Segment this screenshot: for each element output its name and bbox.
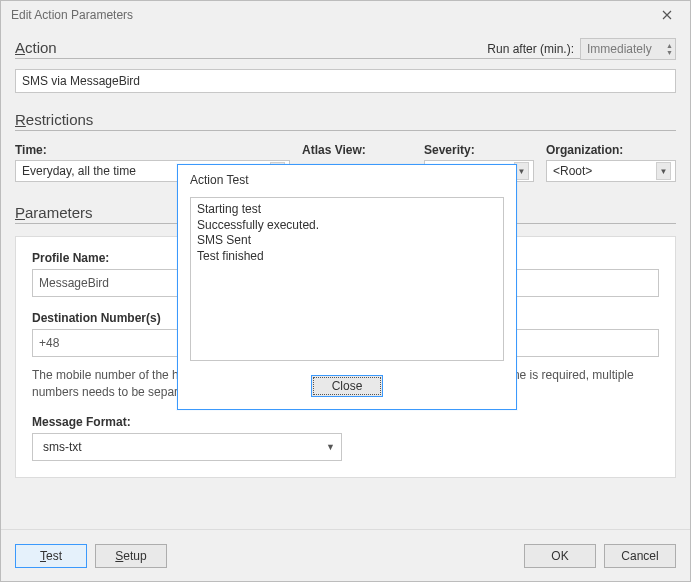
action-test-title: Action Test bbox=[178, 165, 516, 189]
close-icon bbox=[662, 10, 672, 20]
dialog-footer: Test Setup OK Cancel bbox=[1, 529, 690, 581]
message-format-label: Message Format: bbox=[32, 415, 659, 429]
chevron-down-icon: ▼ bbox=[656, 162, 671, 180]
action-test-footer: Close bbox=[178, 369, 516, 409]
run-after-row: Run after (min.): Immediately ▲ ▼ bbox=[15, 37, 676, 61]
message-format-block: Message Format: sms-txt ▼ bbox=[32, 415, 659, 461]
action-name-input[interactable] bbox=[15, 69, 676, 93]
spinner-down-icon[interactable]: ▼ bbox=[666, 49, 673, 56]
ok-button[interactable]: OK bbox=[524, 544, 596, 568]
time-label: Time: bbox=[15, 143, 290, 157]
left-button-group: Test Setup bbox=[15, 544, 167, 568]
organization-select[interactable]: <Root> ▼ bbox=[546, 160, 676, 182]
organization-label: Organization: bbox=[546, 143, 676, 157]
message-format-value: sms-txt bbox=[43, 440, 82, 454]
run-after-input[interactable]: Immediately ▲ ▼ bbox=[580, 38, 676, 60]
window-close-button[interactable] bbox=[652, 5, 682, 25]
action-test-dialog: Action Test Starting test Successfully e… bbox=[177, 164, 517, 410]
action-test-close-button[interactable]: Close bbox=[311, 375, 383, 397]
action-test-output[interactable]: Starting test Successfully executed. SMS… bbox=[190, 197, 504, 361]
severity-label: Severity: bbox=[424, 143, 534, 157]
message-format-select[interactable]: sms-txt ▼ bbox=[32, 433, 342, 461]
spinner-up-icon[interactable]: ▲ bbox=[666, 42, 673, 49]
run-after-value: Immediately bbox=[587, 42, 652, 56]
setup-button[interactable]: Setup bbox=[95, 544, 167, 568]
titlebar: Edit Action Parameters bbox=[1, 1, 690, 29]
organization-column: Organization: <Root> ▼ bbox=[546, 143, 676, 182]
right-button-group: OK Cancel bbox=[524, 544, 676, 568]
edit-action-parameters-window: Edit Action Parameters Action Run after … bbox=[0, 0, 691, 582]
run-after-spinner[interactable]: ▲ ▼ bbox=[666, 42, 673, 56]
atlas-view-label: Atlas View: bbox=[302, 143, 412, 157]
organization-value: <Root> bbox=[553, 164, 592, 178]
window-title: Edit Action Parameters bbox=[11, 8, 133, 22]
cancel-button[interactable]: Cancel bbox=[604, 544, 676, 568]
test-button[interactable]: Test bbox=[15, 544, 87, 568]
run-after-label: Run after (min.): bbox=[487, 42, 574, 56]
time-value: Everyday, all the time bbox=[22, 164, 136, 178]
restrictions-heading: Restrictions bbox=[15, 111, 676, 131]
chevron-down-icon: ▼ bbox=[326, 442, 335, 452]
